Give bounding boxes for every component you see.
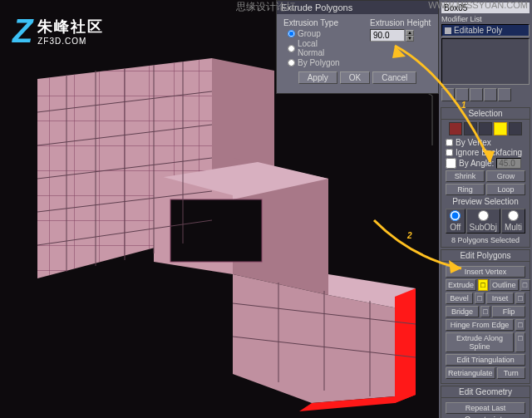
- extrusion-height-input[interactable]: 90.0: [370, 29, 405, 42]
- retriangulate-button[interactable]: Retriangulate: [446, 367, 495, 379]
- edit-polygons-rollout: Edit Polygons Insert Vertex Extrude□Outl…: [441, 249, 530, 384]
- configure-sets-icon[interactable]: [498, 88, 511, 101]
- repeat-last-button[interactable]: Repeat Last: [446, 402, 525, 414]
- selection-rollout: Selection By Vertex Ignore Backfacing By…: [441, 107, 530, 248]
- extrusion-type-label: Extrusion Type: [283, 18, 345, 27]
- logo-url: ZF3D.COM: [37, 37, 104, 46]
- extrude-button[interactable]: Extrude: [446, 279, 476, 291]
- spinner-down-icon[interactable]: ▼: [406, 36, 414, 42]
- edit-geometry-header[interactable]: Edit Geometry: [441, 386, 530, 398]
- logo-title: 朱峰社区: [37, 17, 104, 37]
- by-vertex-checkbox[interactable]: [446, 139, 453, 146]
- flip-button[interactable]: Flip: [492, 306, 525, 317]
- svg-marker-9: [395, 288, 416, 403]
- preview-subobj-button[interactable]: SubObj: [466, 209, 500, 234]
- logo-z-icon: Z: [12, 12, 32, 50]
- dialog-title: Extrude Polygons: [277, 1, 438, 14]
- bevel-settings-button[interactable]: □: [475, 293, 485, 304]
- outline-button[interactable]: Outline: [490, 279, 519, 291]
- turn-button[interactable]: Turn: [497, 367, 525, 379]
- ring-button[interactable]: Ring: [446, 184, 485, 195]
- subobj-border-icon[interactable]: [479, 122, 492, 135]
- command-panel: Box05 Modifier List Editable Poly Select…: [439, 0, 532, 418]
- subobj-edge-icon[interactable]: [464, 122, 477, 135]
- selection-count: 8 Polygons Selected: [446, 236, 525, 244]
- radio-by-polygon[interactable]: [288, 59, 295, 66]
- svg-rect-6: [170, 199, 262, 262]
- hinge-settings-button[interactable]: □: [515, 319, 525, 331]
- bridge-settings-button[interactable]: □: [480, 306, 490, 317]
- model-geometry: [0, 46, 439, 411]
- watermark-center: 思缘设计论坛: [236, 0, 296, 14]
- extrude-spline-button[interactable]: Extrude Along Spline: [446, 332, 514, 352]
- spline-settings-button[interactable]: □: [515, 332, 525, 352]
- edit-polygons-header[interactable]: Edit Polygons: [441, 250, 530, 262]
- logo: Z 朱峰社区 ZF3D.COM: [12, 12, 104, 50]
- angle-input[interactable]: 45.0: [496, 158, 521, 169]
- preview-off-button[interactable]: Off: [446, 209, 466, 234]
- ignore-backfacing-checkbox[interactable]: [446, 149, 453, 156]
- radio-group[interactable]: [288, 30, 295, 37]
- make-unique-icon[interactable]: [470, 88, 483, 101]
- show-result-icon[interactable]: [456, 88, 469, 101]
- by-angle-checkbox[interactable]: [446, 158, 456, 169]
- extrude-settings-button[interactable]: □: [478, 279, 488, 291]
- modifier-list-label: Modifier List: [441, 15, 530, 23]
- grow-button[interactable]: Grow: [486, 170, 525, 182]
- inset-button[interactable]: Inset: [486, 293, 514, 304]
- modifier-editable-poly[interactable]: Editable Poly: [441, 24, 530, 37]
- edit-geometry-rollout: Edit Geometry Repeat Last Constraints No…: [441, 386, 530, 418]
- preview-multi-button[interactable]: Multi: [501, 209, 525, 234]
- extrusion-height-label: Extrusion Height: [370, 18, 431, 27]
- insert-vertex-button[interactable]: Insert Vertex: [446, 266, 525, 278]
- radio-local-normal[interactable]: [288, 45, 295, 52]
- ok-button[interactable]: OK: [340, 71, 370, 84]
- subobj-polygon-icon[interactable]: [494, 122, 507, 135]
- loop-button[interactable]: Loop: [486, 184, 525, 195]
- subobj-element-icon[interactable]: [509, 122, 522, 135]
- bevel-button[interactable]: Bevel: [446, 293, 473, 304]
- modifier-stack[interactable]: [441, 38, 530, 85]
- shrink-button[interactable]: Shrink: [446, 170, 485, 182]
- bridge-button[interactable]: Bridge: [446, 306, 479, 317]
- preview-label: Preview Selection: [446, 197, 525, 206]
- outline-settings-button[interactable]: □: [520, 279, 530, 291]
- hinge-button[interactable]: Hinge From Edge: [446, 319, 514, 331]
- pin-stack-icon[interactable]: [441, 88, 455, 101]
- extrude-dialog: Extrude Polygons Extrusion Type Group Lo…: [276, 0, 439, 94]
- spinner-up-icon[interactable]: ▲: [406, 30, 414, 36]
- edit-tri-button[interactable]: Edit Triangulation: [446, 354, 525, 366]
- selection-header[interactable]: Selection: [441, 108, 530, 120]
- inset-settings-button[interactable]: □: [515, 293, 525, 304]
- cancel-button[interactable]: Cancel: [372, 71, 416, 84]
- watermark-url: WWW.MISSYUAN.COM: [428, 0, 528, 10]
- apply-button[interactable]: Apply: [298, 71, 337, 84]
- remove-modifier-icon[interactable]: [484, 88, 497, 101]
- subobj-vertex-icon[interactable]: [449, 122, 462, 135]
